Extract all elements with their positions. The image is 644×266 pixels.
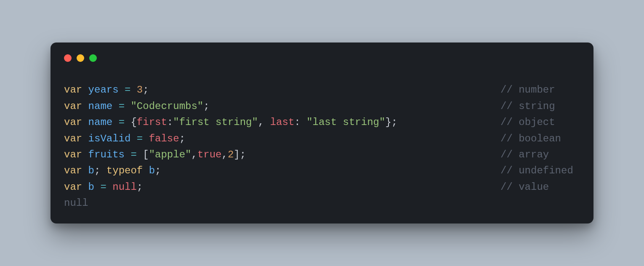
code-token: var: [64, 117, 88, 128]
code-token: b: [88, 165, 94, 176]
code-token: 3: [137, 84, 143, 96]
code-token: [143, 133, 149, 144]
code-comment: // number: [500, 84, 555, 96]
code-token: =: [119, 101, 125, 112]
code-token: false: [149, 133, 179, 144]
code-token: [130, 133, 136, 144]
code-token: [106, 181, 112, 193]
code-token: ;: [143, 84, 149, 96]
code-token: :: [294, 117, 306, 128]
code-token: "last string": [306, 117, 385, 128]
code-token: [130, 84, 136, 96]
code-token: "apple": [149, 149, 192, 160]
code-token: null: [112, 181, 137, 193]
code-comment: // string: [500, 101, 555, 112]
code-line: var name = "Codecrumbs"; // string: [64, 98, 580, 114]
code-window: var years = 3; // numbervar name = "Code…: [51, 43, 593, 223]
code-token: =: [125, 84, 130, 96]
code-comment: // value: [500, 181, 549, 193]
code-token: [94, 181, 100, 193]
code-token: fruits: [88, 149, 125, 160]
code-token: ];: [234, 149, 246, 160]
zoom-icon[interactable]: [89, 54, 97, 62]
code-token: =: [119, 117, 125, 128]
code-token: b: [149, 165, 155, 176]
code-token: typeof: [106, 165, 149, 176]
code-token: ,: [222, 149, 228, 160]
code-token: var: [64, 84, 88, 96]
code-comment: null: [64, 197, 88, 209]
window-controls: [64, 54, 580, 62]
code-token: :: [167, 117, 173, 128]
code-token: ,: [258, 117, 270, 128]
code-comment: // object: [500, 117, 555, 128]
code-line: var name = {first:"first string", last: …: [64, 114, 580, 130]
code-token: years: [88, 84, 119, 96]
code-token: ;: [203, 101, 209, 112]
code-line: var years = 3; // number: [64, 82, 580, 98]
code-token: var: [64, 133, 88, 144]
code-token: [: [137, 149, 149, 160]
code-line: var isValid = false; // boolean: [64, 131, 580, 147]
code-line: var b; typeof b; // undefined: [64, 163, 580, 179]
code-token: ,: [191, 149, 197, 160]
code-comment: // boolean: [500, 133, 561, 144]
code-line: var fruits = ["apple",true,2]; // array: [64, 147, 580, 163]
code-token: ;: [155, 165, 161, 176]
code-token: last: [270, 117, 295, 128]
code-token: {: [125, 117, 137, 128]
code-token: isValid: [88, 133, 131, 144]
code-token: "Codecrumbs": [130, 101, 203, 112]
minimize-icon[interactable]: [77, 54, 84, 62]
code-token: var: [64, 101, 88, 112]
code-token: [125, 101, 130, 112]
code-line: var b = null; // value: [64, 179, 580, 195]
code-token: true: [197, 149, 222, 160]
code-token: ;: [137, 181, 143, 193]
code-token: [119, 84, 125, 96]
code-token: name: [88, 117, 113, 128]
code-token: =: [130, 149, 136, 160]
code-token: [125, 149, 130, 160]
code-line: null: [64, 195, 580, 211]
code-token: };: [385, 117, 397, 128]
code-token: =: [100, 181, 106, 193]
code-comment: // undefined: [500, 165, 573, 176]
close-icon[interactable]: [64, 54, 72, 62]
code-comment: // array: [500, 149, 549, 160]
code-token: first: [137, 117, 167, 128]
code-token: [112, 101, 118, 112]
code-token: ;: [179, 133, 185, 144]
code-token: ;: [94, 165, 106, 176]
code-token: =: [137, 133, 143, 144]
code-token: name: [88, 101, 113, 112]
code-token: var: [64, 181, 88, 193]
code-token: 2: [228, 149, 234, 160]
code-token: [112, 117, 118, 128]
code-token: "first string": [173, 117, 258, 128]
code-token: var: [64, 149, 88, 160]
code-token: var: [64, 165, 88, 176]
code-token: b: [88, 181, 94, 193]
code-block: var years = 3; // numbervar name = "Code…: [64, 82, 580, 211]
